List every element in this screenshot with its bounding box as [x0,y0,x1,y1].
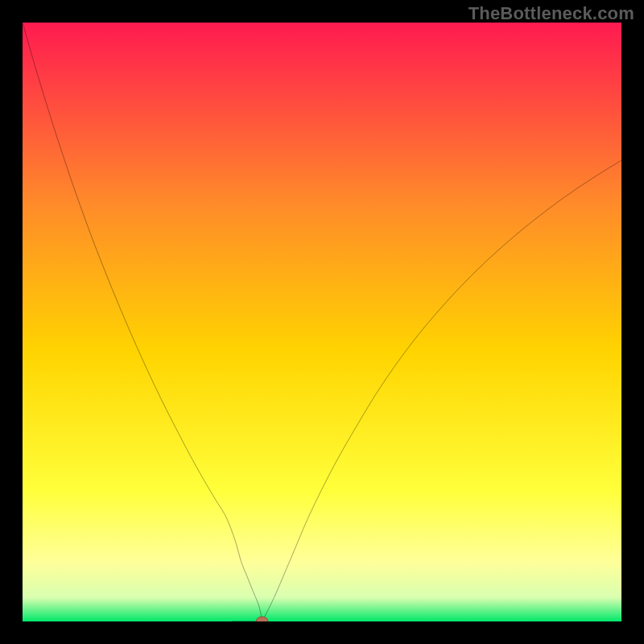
watermark-text: TheBottleneck.com [469,3,634,24]
chart-frame: TheBottleneck.com [0,0,644,644]
gradient-background [23,23,621,621]
bottleneck-chart [23,23,621,621]
